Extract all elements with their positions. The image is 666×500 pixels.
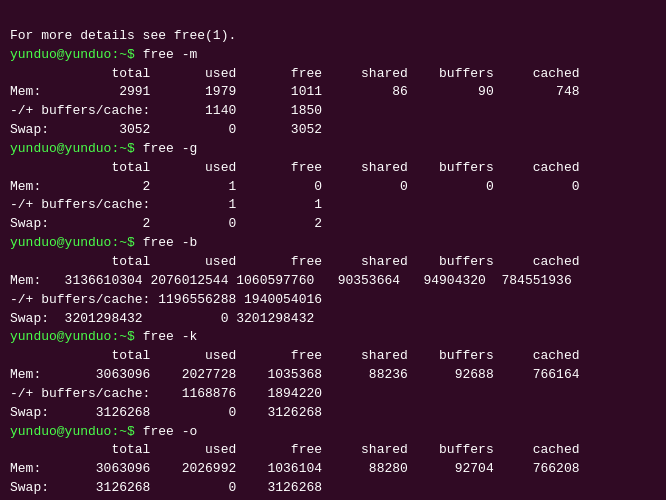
terminal-line: Mem: 3136610304 2076012544 1060597760 90… xyxy=(10,272,656,291)
command: free -o xyxy=(143,424,198,439)
prompt: yunduo@yunduo:~$ xyxy=(10,424,143,439)
terminal-line: yunduo@yunduo:~$ free -k xyxy=(10,328,656,347)
terminal-line: Swap: 3201298432 0 3201298432 xyxy=(10,310,656,329)
terminal-line: total used free shared buffers cached xyxy=(10,347,656,366)
terminal-line: For more details see free(1). xyxy=(10,27,656,46)
terminal-line: total used free shared buffers cached xyxy=(10,65,656,84)
terminal-line: total used free shared buffers cached xyxy=(10,253,656,272)
terminal-line: Swap: 3126268 0 3126268 xyxy=(10,404,656,423)
terminal-line: Swap: 3126268 0 3126268 xyxy=(10,479,656,498)
terminal-line: -/+ buffers/cache: 1 1 xyxy=(10,196,656,215)
terminal-line: Mem: 3063096 2027728 1035368 88236 92688… xyxy=(10,366,656,385)
command: free -g xyxy=(143,141,198,156)
terminal-line: -/+ buffers/cache: 1168876 1894220 xyxy=(10,385,656,404)
terminal-output: For more details see free(1).yunduo@yund… xyxy=(10,8,656,500)
prompt: yunduo@yunduo:~$ xyxy=(10,329,143,344)
terminal-line: yunduo@yunduo:~$ free -m xyxy=(10,46,656,65)
command: free -m xyxy=(143,47,198,62)
command: free -k xyxy=(143,329,198,344)
prompt: yunduo@yunduo:~$ xyxy=(10,141,143,156)
prompt: yunduo@yunduo:~$ xyxy=(10,235,143,250)
terminal-line: Mem: 2 1 0 0 0 0 xyxy=(10,178,656,197)
terminal-line: total used free shared buffers cached xyxy=(10,441,656,460)
terminal-line: Swap: 2 0 2 xyxy=(10,215,656,234)
terminal-line: Mem: 3063096 2026992 1036104 88280 92704… xyxy=(10,460,656,479)
terminal-line: Swap: 3052 0 3052 xyxy=(10,121,656,140)
terminal-line: Mem: 2991 1979 1011 86 90 748 xyxy=(10,83,656,102)
terminal-line: -/+ buffers/cache: 1140 1850 xyxy=(10,102,656,121)
terminal-line: total used free shared buffers cached xyxy=(10,159,656,178)
terminal-line: -/+ buffers/cache: 1196556288 1940054016 xyxy=(10,291,656,310)
command: free -b xyxy=(143,235,198,250)
terminal-line: yunduo@yunduo:~$ free -g xyxy=(10,140,656,159)
terminal-line: yunduo@yunduo:~$ free -b xyxy=(10,234,656,253)
terminal-line: yunduo@yunduo:~$ free -o xyxy=(10,423,656,442)
prompt: yunduo@yunduo:~$ xyxy=(10,47,143,62)
